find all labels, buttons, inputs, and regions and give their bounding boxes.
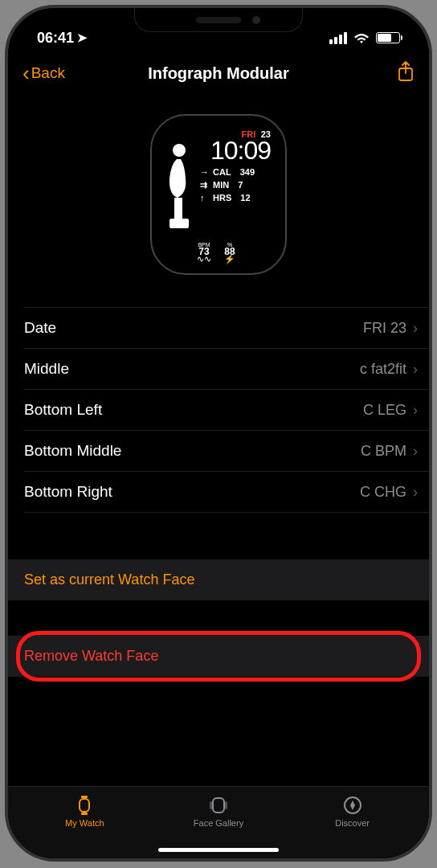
share-icon bbox=[397, 61, 415, 82]
svg-rect-6 bbox=[81, 813, 88, 815]
watch-icon bbox=[73, 795, 96, 816]
svg-rect-5 bbox=[81, 796, 88, 798]
home-indicator[interactable] bbox=[158, 848, 279, 852]
back-button[interactable]: ‹ Back bbox=[22, 64, 65, 82]
screen: 06:41 ➤ ‹ Back Infograph Modular bbox=[8, 8, 429, 858]
wf-time: 10:09 bbox=[210, 136, 271, 166]
notch bbox=[134, 8, 303, 32]
svg-rect-3 bbox=[174, 198, 182, 220]
chevron-right-icon: › bbox=[413, 484, 418, 501]
gallery-icon bbox=[207, 795, 230, 816]
wifi-icon bbox=[353, 32, 370, 44]
battery-icon bbox=[376, 32, 400, 43]
chevron-right-icon: › bbox=[413, 443, 418, 460]
wf-charge: % 88 ⚡ bbox=[224, 241, 235, 263]
tab-discover[interactable]: Discover bbox=[286, 795, 419, 828]
tab-label: Face Gallery bbox=[194, 818, 243, 828]
navigation-bar: ‹ Back Infograph Modular bbox=[8, 53, 429, 100]
phone-frame: 06:41 ➤ ‹ Back Infograph Modular bbox=[5, 5, 432, 862]
complication-bottom-left[interactable]: Bottom Left C LEG› bbox=[24, 390, 429, 431]
complication-bottom-right[interactable]: Bottom Right C CHG› bbox=[24, 472, 429, 513]
watch-face-preview: FRI 23 10:09 →CAL 349 ⇉MIN 7 ↑HRS 12 bbox=[150, 114, 287, 275]
content-scroll[interactable]: FRI 23 10:09 →CAL 349 ⇉MIN 7 ↑HRS 12 bbox=[8, 104, 429, 799]
svg-point-1 bbox=[173, 144, 186, 157]
cellular-icon bbox=[329, 32, 347, 44]
wf-activity-stats: →CAL 349 ⇉MIN 7 ↑HRS 12 bbox=[200, 166, 271, 204]
complication-middle[interactable]: Middle c fat2fit› bbox=[24, 349, 429, 390]
set-current-watch-face-button[interactable]: Set as current Watch Face bbox=[8, 559, 429, 600]
complication-bottom-middle[interactable]: Bottom Middle C BPM› bbox=[24, 431, 429, 472]
body-figure-icon bbox=[163, 143, 200, 233]
share-button[interactable] bbox=[397, 61, 415, 85]
complication-date[interactable]: Date FRI 23› bbox=[24, 307, 429, 349]
chevron-right-icon: › bbox=[413, 361, 418, 378]
tab-my-watch[interactable]: My Watch bbox=[18, 795, 151, 828]
status-time: 06:41 bbox=[37, 30, 74, 47]
page-title: Infograph Modular bbox=[8, 64, 429, 83]
annotation-highlight bbox=[16, 631, 421, 682]
back-label: Back bbox=[31, 64, 65, 82]
wf-bpm: BPM 73 ∿∿ bbox=[197, 241, 211, 263]
svg-rect-8 bbox=[210, 801, 212, 809]
compass-icon bbox=[341, 795, 364, 816]
complications-list: Date FRI 23› Middle c fat2fit› Bottom Le… bbox=[8, 307, 429, 513]
chevron-right-icon: › bbox=[413, 402, 418, 419]
action-group: Set as current Watch Face Remove Watch F… bbox=[8, 559, 429, 677]
svg-rect-7 bbox=[213, 798, 224, 813]
remove-watch-face-button[interactable]: Remove Watch Face bbox=[8, 636, 429, 677]
tab-label: My Watch bbox=[65, 818, 104, 828]
tab-label: Discover bbox=[335, 818, 370, 828]
location-icon: ➤ bbox=[77, 31, 88, 45]
svg-rect-4 bbox=[80, 799, 89, 812]
tab-face-gallery[interactable]: Face Gallery bbox=[152, 795, 284, 828]
chevron-right-icon: › bbox=[413, 320, 418, 337]
svg-rect-9 bbox=[225, 801, 227, 809]
